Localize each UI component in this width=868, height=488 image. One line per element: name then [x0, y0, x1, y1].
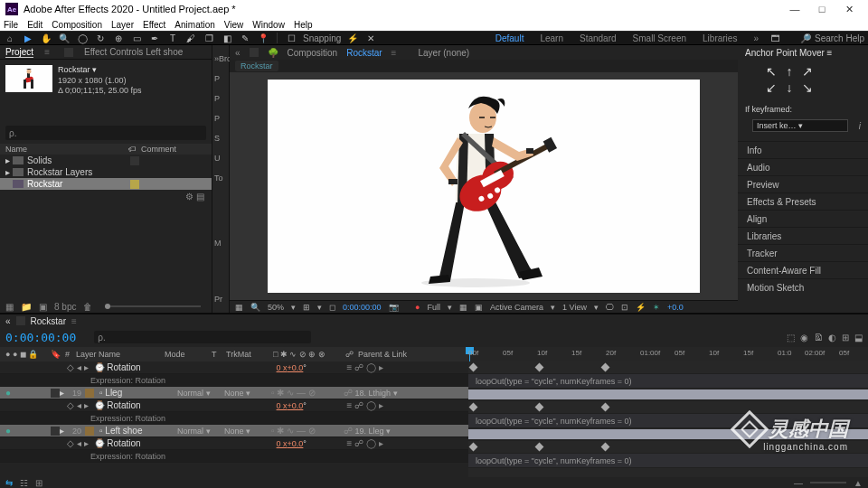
pan-behind-tool-icon[interactable]: ⊕ — [112, 32, 125, 44]
pen-tool-icon[interactable]: ✒ — [148, 32, 161, 44]
anchor-n[interactable]: ↑ — [781, 65, 797, 80]
anchor-sw[interactable]: ↙ — [763, 81, 779, 96]
panel-preview[interactable]: Preview — [738, 175, 868, 192]
resolution[interactable]: Full — [428, 303, 441, 312]
menu-file[interactable]: File — [4, 20, 18, 30]
current-time[interactable]: 0:00:00:00 — [5, 331, 76, 344]
type-tool-icon[interactable]: T — [166, 32, 179, 44]
workspace-more-icon[interactable]: » — [753, 33, 759, 43]
workspace-standard[interactable]: Standard — [580, 33, 617, 43]
fast-prev-icon[interactable]: ⚡ — [636, 303, 646, 312]
eraser-tool-icon[interactable]: ◧ — [221, 32, 233, 44]
col-mode[interactable]: Mode — [165, 350, 212, 359]
close-button[interactable]: ✕ — [835, 4, 863, 15]
layer-tab[interactable]: Layer (none) — [418, 48, 469, 58]
menu-view[interactable]: View — [224, 20, 244, 30]
tab-effect-controls[interactable]: Effect Controls Left shoe — [84, 47, 183, 57]
exposure-value[interactable]: +0.0 — [667, 303, 684, 312]
info-icon[interactable]: i — [859, 121, 861, 131]
puppet-tool-icon[interactable]: 📍 — [257, 32, 269, 44]
panel-caf[interactable]: Content-Aware Fill — [738, 261, 868, 278]
workspace-default[interactable]: Default — [495, 33, 524, 43]
viewport[interactable] — [230, 72, 738, 300]
view-opt-icon[interactable]: 🖵 — [606, 303, 614, 312]
zoom-tool-icon[interactable]: 🔍 — [58, 32, 71, 44]
tl-zoom-slider[interactable] — [810, 482, 846, 483]
workspace-learn[interactable]: Learn — [540, 33, 563, 43]
comp-subtab[interactable]: Rockstar — [235, 61, 278, 71]
panel-info[interactable]: Info — [738, 141, 868, 158]
col-comment[interactable]: Comment — [141, 145, 176, 154]
toggle-switches-icon[interactable]: ⇆ — [5, 478, 13, 488]
tl-ico-6[interactable]: ⬓ — [854, 333, 863, 343]
anchor-ne[interactable]: ↗ — [799, 65, 816, 80]
prop-rotation[interactable]: ◇ ◂ ▸ ⌚ Rotation 0 x+0.0° ≡ ☍ ◯ ▸ — [0, 437, 468, 450]
menu-composition[interactable]: Composition — [52, 20, 102, 30]
tl-ico-1[interactable]: ⬚ — [787, 333, 795, 343]
roto-tool-icon[interactable]: ✎ — [239, 32, 251, 44]
bell-icon[interactable]: 🗔 — [769, 32, 782, 44]
menu-window[interactable]: Window — [252, 20, 285, 30]
shy-icon[interactable]: « — [235, 48, 241, 58]
layer-left-shoe[interactable]: ● ▸ 20 ▫ Left shoe Normal ▾ None ▾ ▫ ✱ ∿… — [0, 425, 468, 437]
timecode[interactable]: 0:00:00:00 — [343, 303, 382, 312]
minimize-button[interactable]: — — [781, 4, 808, 14]
collapsed-panels[interactable]: »BroPPPSUToMPr — [212, 45, 230, 313]
col-trkmat[interactable]: TrkMat — [226, 350, 273, 359]
anchor-panel-title[interactable]: Anchor Point Mover ≡ — [738, 45, 868, 60]
snapping-checkbox[interactable]: ☐ — [285, 32, 297, 44]
camera-label[interactable]: Active Camera — [490, 303, 543, 312]
anchor-nw[interactable]: ↖ — [763, 65, 779, 80]
trash-icon[interactable]: 🗑 — [83, 302, 92, 312]
panel-motion-sketch[interactable]: Motion Sketch — [738, 278, 868, 296]
menu-effect[interactable]: Effect — [143, 20, 165, 30]
alpha-icon[interactable]: ▦ — [235, 303, 243, 312]
timeline-search[interactable]: ρ. — [94, 331, 311, 343]
panel-tracker[interactable]: Tracker — [738, 244, 868, 261]
tl-ico-5[interactable]: ⊞ — [842, 333, 849, 343]
col-parent[interactable]: Parent & Link — [358, 350, 407, 359]
eye-icon[interactable]: ● — [4, 426, 13, 436]
panel-audio[interactable]: Audio — [738, 158, 868, 175]
panel-effects[interactable]: Effects & Presets — [738, 192, 868, 210]
panel-align[interactable]: Align — [738, 210, 868, 227]
channel-icon[interactable]: ● — [415, 303, 420, 312]
roi-icon[interactable]: ◻ — [329, 303, 335, 312]
magnify-icon[interactable]: 🔍 — [250, 303, 260, 312]
grid-icon[interactable]: ▦ — [459, 303, 467, 312]
brush-tool-icon[interactable]: 🖌 — [184, 32, 197, 44]
selection-tool-icon[interactable]: ▶ — [22, 32, 34, 44]
time-ruler[interactable]: 00f 05f 10f 15f 20f 01:00f 05f 10f 15f 0… — [468, 347, 868, 361]
expo-icon[interactable]: ✶ — [653, 303, 660, 312]
tl-ico-4[interactable]: ◐ — [828, 333, 836, 343]
prop-rotation[interactable]: ◇ ◂ ▸ ⌚ Rotation 0 x+0.0° ≡ ☍ ◯ ▸ — [0, 361, 468, 374]
shy-icon[interactable]: « — [5, 316, 11, 326]
project-item-solids[interactable]: ▸Solids — [0, 155, 212, 166]
rotate-tool-icon[interactable]: ↻ — [94, 32, 107, 44]
workspace-small[interactable]: Small Screen — [633, 33, 686, 43]
res-icon[interactable]: ⊞ — [303, 303, 310, 312]
menu-animation[interactable]: Animation — [175, 20, 214, 30]
tab-project[interactable]: Project — [5, 47, 33, 58]
tl-ico-2[interactable]: ◉ — [800, 333, 808, 343]
col-name[interactable]: Name — [5, 145, 128, 154]
guides-icon[interactable]: ▣ — [475, 303, 483, 312]
anchor-se[interactable]: ↘ — [799, 81, 816, 96]
project-item-rockstar[interactable]: Rockstar — [0, 178, 212, 190]
project-zoom-slider[interactable] — [105, 305, 201, 307]
new-comp-icon[interactable]: ▣ — [39, 302, 47, 312]
snap-opt-icon[interactable]: ⚡ — [346, 32, 359, 44]
menu-edit[interactable]: Edit — [27, 20, 42, 30]
new-folder-icon[interactable]: 📁 — [21, 302, 32, 312]
canvas[interactable] — [268, 80, 700, 293]
search-box[interactable]: 🔎 Search Help — [800, 33, 864, 43]
menu-layer[interactable]: Layer — [111, 20, 134, 30]
bpc-label[interactable]: 8 bpc — [54, 302, 76, 312]
panel-libraries[interactable]: Libraries — [738, 227, 868, 244]
toggle-pane-icon[interactable]: ⊞ — [35, 478, 42, 488]
project-item-rockstar-layers[interactable]: ▸Rockstar Layers — [0, 166, 212, 178]
tl-ico-3[interactable]: 🖻 — [814, 333, 823, 343]
zoom-out-icon[interactable]: — — [794, 478, 803, 488]
flowchart-icon[interactable]: 🌳 — [268, 48, 278, 58]
pixel-icon[interactable]: ⊡ — [621, 303, 628, 312]
